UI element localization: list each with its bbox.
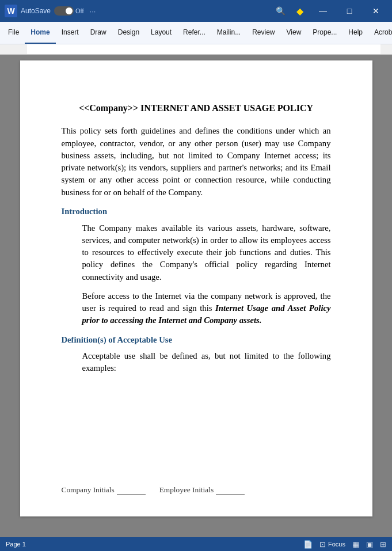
document-area: <<Company>> INTERNET AND ASSET USAGE POL…	[0, 55, 392, 537]
document-title: <<Company>> INTERNET AND ASSET USAGE POL…	[62, 102, 331, 115]
minimize-button[interactable]: —	[311, 0, 334, 22]
diamond-icon[interactable]: ◆	[292, 4, 308, 18]
autosave-toggle[interactable]: Off	[54, 6, 83, 16]
title-bar: W AutoSave Off ··· 🔍 ◆ — □ ✕	[0, 0, 392, 22]
tab-file[interactable]: File	[2, 22, 25, 44]
tab-layout[interactable]: Layout	[145, 22, 177, 44]
layout-view-icon[interactable]: ▦	[352, 540, 359, 549]
tab-design[interactable]: Design	[112, 22, 145, 44]
more-actions-button[interactable]: ···	[87, 7, 98, 16]
search-button[interactable]: 🔍	[272, 4, 288, 18]
tab-insert[interactable]: Insert	[56, 22, 85, 44]
page-footer: Company Initials Employee Initials	[62, 485, 331, 496]
page-number: Page 1	[6, 541, 26, 548]
word-logo: W	[5, 5, 17, 17]
ribbon: File Home Insert Draw Design Layout Refe…	[0, 22, 392, 44]
section1-para2: Before access to the Internet via the co…	[82, 290, 331, 327]
tab-help[interactable]: Help	[342, 22, 368, 44]
section2-content: Acceptable use shall be defined as, but …	[82, 350, 331, 375]
focus-icon: ⊡	[319, 540, 326, 549]
tab-review[interactable]: Review	[246, 22, 280, 44]
company-initials-line	[117, 495, 146, 495]
tab-home[interactable]: Home	[25, 22, 55, 44]
employee-initials-line	[216, 495, 245, 495]
layout-icon: ▦	[352, 540, 359, 549]
tab-properties[interactable]: Prope...	[307, 22, 342, 44]
section1-content: The Company makes available its various …	[82, 222, 331, 327]
intro-paragraph: This policy sets forth guidelines and de…	[62, 125, 331, 199]
print-icon: ▣	[366, 540, 373, 549]
document-body: <<Company>> INTERNET AND ASSET USAGE POL…	[62, 102, 331, 375]
read-mode-icon[interactable]: 📄	[303, 540, 313, 549]
ribbon-tab-bar: File Home Insert Draw Design Layout Refe…	[0, 22, 392, 44]
tab-view[interactable]: View	[281, 22, 307, 44]
autosave-toggle-switch[interactable]	[54, 6, 74, 16]
company-initials: Company Initials	[62, 485, 146, 496]
web-layout-icon[interactable]: ⊞	[380, 540, 386, 549]
tab-draw[interactable]: Draw	[85, 22, 112, 44]
section2-para: Acceptable use shall be defined as, but …	[82, 350, 331, 375]
section1-para1: The Company makes available its various …	[82, 222, 331, 283]
status-bar: Page 1 📄 ⊡ Focus ▦ ▣ ⊞	[0, 537, 392, 551]
employee-initials-label: Employee Initials	[159, 485, 214, 496]
footer-initials: Company Initials Employee Initials	[62, 485, 331, 496]
company-initials-label: Company Initials	[62, 485, 115, 496]
section1-heading: Introduction	[62, 206, 331, 218]
document-page: <<Company>> INTERNET AND ASSET USAGE POL…	[20, 60, 372, 516]
web-icon: ⊞	[380, 540, 386, 549]
ruler	[0, 44, 392, 55]
maximize-button[interactable]: □	[338, 0, 361, 22]
close-button[interactable]: ✕	[364, 0, 387, 22]
autosave-label: AutoSave	[21, 7, 51, 15]
focus-label: Focus	[328, 541, 345, 548]
employee-initials: Employee Initials	[159, 485, 245, 496]
section2-heading: Definition(s) of Acceptable Use	[62, 334, 331, 346]
print-layout-icon[interactable]: ▣	[366, 540, 373, 549]
tab-acrobat[interactable]: Acrob...	[368, 22, 392, 44]
focus-button[interactable]: ⊡ Focus	[319, 540, 345, 549]
tab-references[interactable]: Refer...	[177, 22, 211, 44]
page-number-label: Page 1	[6, 541, 26, 548]
tab-mailings[interactable]: Mailin...	[211, 22, 246, 44]
read-icon: 📄	[303, 540, 313, 549]
autosave-state: Off	[75, 7, 83, 14]
ruler-inner	[27, 44, 380, 54]
